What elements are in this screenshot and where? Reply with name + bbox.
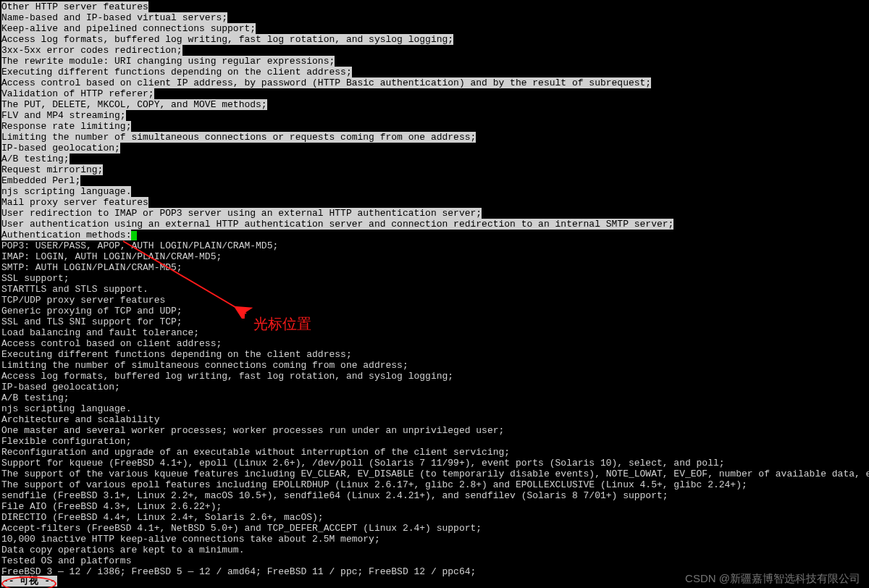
terminal-line: Access control based on client IP addres… — [1, 77, 868, 88]
line-text: Embedded Perl; — [1, 175, 80, 186]
line-text: Other HTTP server features — [1, 1, 148, 12]
cursor — [131, 231, 137, 240]
terminal-line: Other HTTP server features — [1, 1, 868, 12]
terminal-line: STARTTLS and STLS support. — [1, 284, 868, 295]
terminal-line: Embedded Perl; — [1, 175, 868, 186]
terminal-line: User authentication using an external HT… — [1, 219, 868, 230]
line-text: Validation of HTTP referer; — [1, 88, 154, 99]
line-text: The support of various epoll features in… — [1, 479, 747, 490]
terminal-line: Reconfiguration and upgrade of an execut… — [1, 447, 868, 458]
annotation-label: 光标位置 — [253, 319, 311, 329]
line-text: Access control based on client IP addres… — [1, 77, 651, 88]
terminal-line: njs scripting language. — [1, 403, 868, 414]
terminal-line: Access control based on client address; — [1, 338, 868, 349]
terminal-line: njs scripting language. — [1, 186, 868, 197]
terminal-line: Load balancing and fault tolerance; — [1, 327, 868, 338]
terminal-line: The rewrite module: URI changing using r… — [1, 56, 868, 67]
line-text: njs scripting language. — [1, 186, 131, 197]
line-text: STARTTLS and STLS support. — [1, 284, 148, 295]
line-text: Limiting the number of simultaneous conn… — [1, 132, 476, 143]
line-text: Generic proxying of TCP and UDP; — [1, 306, 182, 316]
line-text: POP3: USER/PASS, APOP, AUTH LOGIN/PLAIN/… — [1, 240, 278, 251]
terminal-line: IMAP: LOGIN, AUTH LOGIN/PLAIN/CRAM-MD5; — [1, 251, 868, 262]
line-text: User redirection to IMAP or POP3 server … — [1, 208, 482, 219]
line-text: njs scripting language. — [1, 403, 131, 414]
terminal-line: The support of various epoll features in… — [1, 479, 868, 490]
line-text: FLV and MP4 streaming; — [1, 110, 126, 121]
line-text: A/B testing; — [1, 154, 70, 164]
line-text: IP-based geolocation; — [1, 382, 120, 392]
line-text: Accept-filters (FreeBSD 4.1+, NetBSD 5.0… — [1, 523, 482, 534]
terminal-line: Access log formats, buffered log writing… — [1, 371, 868, 382]
terminal-line: User redirection to IMAP or POP3 server … — [1, 208, 868, 219]
line-text: Limiting the number of simultaneous conn… — [1, 360, 408, 371]
terminal-line: Validation of HTTP referer; — [1, 88, 868, 99]
line-text: A/B testing; — [1, 392, 70, 403]
line-text: SMTP: AUTH LOGIN/PLAIN/CRAM-MD5; — [1, 262, 182, 273]
terminal-line: Executing different functions depending … — [1, 67, 868, 77]
terminal-line: Limiting the number of simultaneous conn… — [1, 360, 868, 371]
terminal-line: Support for kqueue (FreeBSD 4.1+), epoll… — [1, 458, 868, 469]
line-text: Load balancing and fault tolerance; — [1, 327, 199, 338]
editor-mode-status: -- 可视 -- — [1, 576, 57, 587]
terminal-line: Keep-alive and pipelined connections sup… — [1, 23, 868, 34]
terminal-line: TCP/UDP proxy server features — [1, 295, 868, 306]
terminal-line: sendfile (FreeBSD 3.1+, Linux 2.2+, macO… — [1, 490, 868, 501]
line-text: IP-based geolocation; — [1, 143, 120, 154]
terminal-line: File AIO (FreeBSD 4.3+, Linux 2.6.22+); — [1, 501, 868, 512]
terminal-line: SSL and TLS SNI support for TCP; — [1, 316, 868, 327]
terminal-line: 10,000 inactive HTTP keep-alive connecti… — [1, 534, 868, 545]
terminal-line: The support of the various kqueue featur… — [1, 469, 868, 479]
line-text: 3xx-5xx error codes redirection; — [1, 45, 182, 56]
terminal-line: One master and several worker processes;… — [1, 425, 868, 436]
terminal-line: Architecture and scalability — [1, 414, 868, 425]
line-text: FreeBSD 3 — 12 / i386; FreeBSD 5 — 12 / … — [1, 566, 476, 577]
watermark: CSDN @新疆嘉博智选科技有限公司 — [685, 573, 860, 584]
terminal-line: Authentication methods: — [1, 230, 868, 240]
line-text: Support for kqueue (FreeBSD 4.1+), epoll… — [1, 458, 725, 469]
line-text: File AIO (FreeBSD 4.3+, Linux 2.6.22+); — [1, 501, 222, 512]
terminal-line: The PUT, DELETE, MKCOL, COPY, and MOVE m… — [1, 99, 868, 110]
terminal-line: IP-based geolocation; — [1, 382, 868, 392]
line-text: Access control based on client address; — [1, 338, 222, 349]
terminal-line: Executing different functions depending … — [1, 349, 868, 360]
line-text: Access log formats, buffered log writing… — [1, 34, 453, 45]
terminal-line: Limiting the number of simultaneous conn… — [1, 132, 868, 143]
terminal-line: A/B testing; — [1, 154, 868, 164]
line-text: Request mirroring; — [1, 164, 103, 175]
terminal-line: Data copy operations are kept to a minim… — [1, 545, 868, 555]
line-text: Access log formats, buffered log writing… — [1, 371, 453, 382]
terminal-line: Access log formats, buffered log writing… — [1, 34, 868, 45]
terminal-line: POP3: USER/PASS, APOP, AUTH LOGIN/PLAIN/… — [1, 240, 868, 251]
line-text: Reconfiguration and upgrade of an execut… — [1, 447, 510, 458]
line-text: Name-based and IP-based virtual servers; — [1, 12, 227, 23]
line-text: Architecture and scalability — [1, 414, 159, 425]
line-text: Flexible configuration; — [1, 436, 131, 447]
line-text: Authentication methods: — [1, 230, 131, 240]
line-text: Mail proxy server features — [1, 197, 148, 208]
terminal-line: Tested OS and platforms — [1, 555, 868, 566]
terminal-line: 3xx-5xx error codes redirection; — [1, 45, 868, 56]
terminal-line: Flexible configuration; — [1, 436, 868, 447]
terminal-line: Name-based and IP-based virtual servers; — [1, 12, 868, 23]
line-text: Data copy operations are kept to a minim… — [1, 545, 244, 555]
terminal-line: Request mirroring; — [1, 164, 868, 175]
line-text: The PUT, DELETE, MKCOL, COPY, and MOVE m… — [1, 99, 267, 110]
line-text: sendfile (FreeBSD 3.1+, Linux 2.2+, macO… — [1, 490, 668, 501]
line-text: Keep-alive and pipelined connections sup… — [1, 23, 256, 34]
terminal-line: Mail proxy server features — [1, 197, 868, 208]
terminal-line: A/B testing; — [1, 392, 868, 403]
terminal-output: Other HTTP server featuresName-based and… — [0, 0, 869, 577]
terminal-line: Generic proxying of TCP and UDP; — [1, 306, 868, 316]
line-text: The rewrite module: URI changing using r… — [1, 56, 335, 67]
line-text: DIRECTIO (FreeBSD 4.4+, Linux 2.4+, Sola… — [1, 512, 324, 523]
line-text: Response rate limiting; — [1, 121, 131, 132]
line-text: User authentication using an external HT… — [1, 219, 673, 230]
terminal-line: IP-based geolocation; — [1, 143, 868, 154]
terminal-line: Accept-filters (FreeBSD 4.1+, NetBSD 5.0… — [1, 523, 868, 534]
line-text: SSL and TLS SNI support for TCP; — [1, 316, 182, 327]
terminal-line: Response rate limiting; — [1, 121, 868, 132]
line-text: Executing different functions depending … — [1, 349, 352, 360]
line-text: 10,000 inactive HTTP keep-alive connecti… — [1, 534, 380, 545]
terminal-line: DIRECTIO (FreeBSD 4.4+, Linux 2.4+, Sola… — [1, 512, 868, 523]
